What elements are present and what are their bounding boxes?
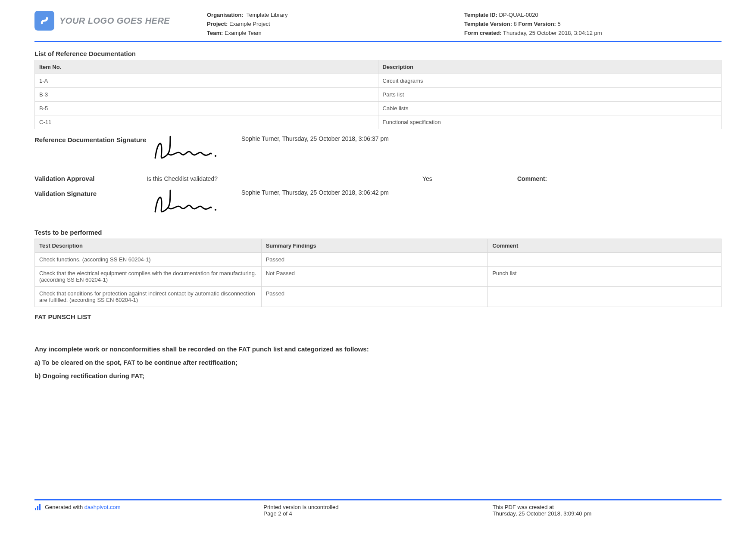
val-sig-meta: Sophie Turner, Thursday, 25 October 2018… <box>241 188 722 196</box>
header-middle: Organisation: Template Library Project: … <box>207 11 464 37</box>
punch-line3: b) Ongoing rectification during FAT; <box>34 372 722 379</box>
table-row: B-5Cable lists <box>35 102 722 115</box>
validation-comment-label: Comment: <box>517 175 547 182</box>
footer-left: Generated with dashpivot.com <box>34 504 263 517</box>
team-value: Example Team <box>225 30 262 36</box>
org-label: Organisation: <box>207 12 244 18</box>
page-footer: Generated with dashpivot.com Printed ver… <box>34 499 722 517</box>
ref-sig-row: Reference Documentation Signature Sophie… <box>34 134 722 165</box>
svg-point-0 <box>215 155 216 157</box>
footer-uncontrolled: Printed version is uncontrolled <box>263 504 492 510</box>
validation-row: Validation Approval Is this Checklist va… <box>34 175 722 182</box>
tests-title: Tests to be performed <box>34 229 722 236</box>
footer-middle: Printed version is uncontrolled Page 2 o… <box>263 504 492 517</box>
form-ver-value: 5 <box>558 21 561 27</box>
tests-col-desc: Test Description <box>35 239 262 253</box>
project-label: Project: <box>207 21 228 27</box>
template-ver-value: 8 <box>514 21 517 27</box>
val-sig-row: Validation Signature Sophie Turner, Thur… <box>34 188 722 218</box>
val-sig-label: Validation Signature <box>34 188 147 198</box>
punch-line1: Any incomplete work or nonconformities s… <box>34 345 722 353</box>
ref-col-desc: Description <box>378 60 722 74</box>
footer-page: Page 2 of 4 <box>263 510 492 517</box>
form-created-label: Form created: <box>464 30 502 36</box>
team-label: Team: <box>207 30 223 36</box>
svg-point-1 <box>215 209 216 211</box>
page-header: YOUR LOGO GOES HERE Organisation: Templa… <box>34 11 722 42</box>
template-ver-label: Template Version: <box>464 21 512 27</box>
footer-right: This PDF was created at Thursday, 25 Oct… <box>493 504 722 517</box>
table-row: 1-ACircuit diagrams <box>35 74 722 88</box>
svg-rect-2 <box>35 508 36 510</box>
form-ver-label: Form Version: <box>519 21 556 27</box>
org-value: Template Library <box>247 12 288 18</box>
signature-icon <box>147 188 241 218</box>
table-row: C-11Functional specification <box>35 115 722 129</box>
ref-col-item: Item No. <box>35 60 378 74</box>
footer-link[interactable]: dashpivot.com <box>84 504 121 510</box>
footer-gen-prefix: Generated with <box>45 504 84 510</box>
footer-created-value: Thursday, 25 October 2018, 3:09:40 pm <box>493 510 722 517</box>
ref-docs-table: Item No. Description 1-ACircuit diagrams… <box>34 60 722 129</box>
validation-label: Validation Approval <box>34 175 147 182</box>
table-row: Check functions. (according SS EN 60204-… <box>35 253 722 267</box>
ref-docs-title: List of Reference Documentation <box>34 50 722 57</box>
validation-answer: Yes <box>422 175 517 182</box>
template-id-value: DP-QUAL-0020 <box>499 12 538 18</box>
table-row: Check that the electrical equipment comp… <box>35 267 722 287</box>
ref-sig-meta: Sophie Turner, Thursday, 25 October 2018… <box>241 134 722 142</box>
template-id-label: Template ID: <box>464 12 497 18</box>
signature-icon <box>147 134 241 165</box>
form-created-value: Thursday, 25 October 2018, 3:04:12 pm <box>503 30 602 36</box>
table-row: B-3Parts list <box>35 88 722 102</box>
svg-rect-4 <box>39 504 41 510</box>
logo-placeholder-text: YOUR LOGO GOES HERE <box>59 16 170 26</box>
logo-icon <box>34 11 54 31</box>
tests-table: Test Description Summary Findings Commen… <box>34 239 722 307</box>
header-right: Template ID: DP-QUAL-0020 Template Versi… <box>464 11 722 37</box>
validation-question: Is this Checklist validated? <box>147 175 422 182</box>
tests-col-summary: Summary Findings <box>261 239 488 253</box>
project-value: Example Project <box>229 21 270 27</box>
header-left: YOUR LOGO GOES HERE <box>34 11 207 31</box>
footer-created-label: This PDF was created at <box>493 504 722 510</box>
table-row: Check that conditions for protection aga… <box>35 287 722 307</box>
bar-chart-icon <box>34 504 41 511</box>
tests-col-comment: Comment <box>488 239 722 253</box>
punch-title: FAT PUNSCH LIST <box>34 313 722 320</box>
punch-line2: a) To be cleared on the spot, FAT to be … <box>34 359 722 366</box>
svg-rect-3 <box>37 506 38 510</box>
ref-sig-label: Reference Documentation Signature <box>34 134 147 144</box>
